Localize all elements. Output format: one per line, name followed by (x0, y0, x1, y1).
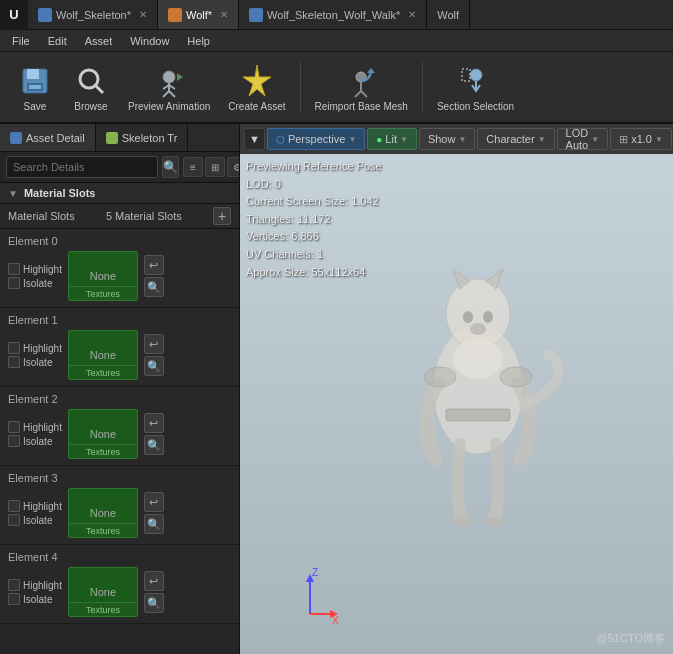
element-3-material-slot[interactable]: None Textures (68, 488, 138, 538)
menu-help[interactable]: Help (179, 33, 218, 49)
element-2-row: Highlight Isolate None Textures ↩ 🔍 (8, 409, 231, 459)
svg-text:X: X (332, 615, 339, 624)
menu-window[interactable]: Window (122, 33, 177, 49)
svg-rect-20 (462, 69, 470, 81)
element-2-textures-button[interactable]: Textures (69, 444, 137, 458)
menu-edit[interactable]: Edit (40, 33, 75, 49)
element-0-highlight: Highlight (8, 263, 62, 275)
element-2-isolate-checkbox[interactable] (8, 435, 20, 447)
svg-point-30 (452, 517, 472, 527)
close-tab-wolf-skeleton[interactable]: ✕ (139, 9, 147, 20)
list-view-button[interactable]: ≡ (183, 157, 203, 177)
element-3-textures-button[interactable]: Textures (69, 523, 137, 537)
create-asset-button[interactable]: Create Asset (220, 55, 293, 119)
add-material-slot-button[interactable]: + (213, 207, 231, 225)
character-button[interactable]: Character ▼ (477, 128, 554, 150)
info-line3: Current Screen Size: 1.042 (246, 193, 382, 211)
element-3-isolate-checkbox[interactable] (8, 514, 20, 526)
section-selection-button[interactable]: Section Selection (429, 55, 522, 119)
lit-button[interactable]: ● Lit ▼ (367, 128, 417, 150)
toolbar-divider-2 (422, 62, 423, 112)
element-3-search-button[interactable]: 🔍 (144, 514, 164, 534)
element-2-back-button[interactable]: ↩ (144, 413, 164, 433)
element-1-search-button[interactable]: 🔍 (144, 356, 164, 376)
save-button[interactable]: Save (8, 55, 62, 119)
element-1-highlight: Highlight (8, 342, 62, 354)
svg-line-5 (95, 85, 103, 93)
info-line4: Triangles: 11,172 (246, 211, 382, 229)
tab-wolf[interactable]: Wolf* ✕ (158, 0, 239, 29)
tab-wolf-skeleton-walk[interactable]: Wolf_Skeleton_Wolf_Walk* ✕ (239, 0, 427, 29)
section-collapse-arrow[interactable]: ▼ (8, 188, 18, 199)
tab-wolf-skeleton[interactable]: Wolf_Skeleton* ✕ (28, 0, 158, 29)
element-0-back-button[interactable]: ↩ (144, 255, 164, 275)
section-selection-icon (458, 63, 494, 99)
reimport-base-mesh-button[interactable]: Reimport Base Mesh (307, 55, 416, 119)
svg-point-34 (500, 367, 532, 387)
element-1-slot-actions: ↩ 🔍 (144, 334, 164, 376)
tab-wolf2[interactable]: Wolf (427, 0, 470, 29)
grid-view-button[interactable]: ⊞ (205, 157, 225, 177)
element-1-material-slot[interactable]: None Textures (68, 330, 138, 380)
perspective-button[interactable]: ⬡ Perspective ▼ (267, 128, 365, 150)
element-3-back-button[interactable]: ↩ (144, 492, 164, 512)
preview-animation-icon (151, 63, 187, 99)
tab-asset-detail[interactable]: Asset Detail (0, 124, 96, 151)
lod-auto-button[interactable]: LOD Auto ▼ (557, 128, 609, 150)
element-4-block: Element 4 Highlight Isolate None (0, 545, 239, 624)
svg-marker-12 (177, 73, 183, 81)
element-2-material-slot[interactable]: None Textures (68, 409, 138, 459)
element-3-checkboxes: Highlight Isolate (8, 500, 62, 526)
element-0-isolate-checkbox[interactable] (8, 277, 20, 289)
svg-point-31 (484, 517, 504, 527)
show-button[interactable]: Show ▼ (419, 128, 475, 150)
element-4-isolate-checkbox[interactable] (8, 593, 20, 605)
save-icon (17, 63, 53, 99)
search-input[interactable] (6, 156, 158, 178)
element-4-highlight-checkbox[interactable] (8, 579, 20, 591)
element-1-textures-button[interactable]: Textures (69, 365, 137, 379)
element-1-back-button[interactable]: ↩ (144, 334, 164, 354)
preview-animation-button[interactable]: Preview Animation (120, 55, 218, 119)
menu-asset[interactable]: Asset (77, 33, 121, 49)
svg-line-8 (163, 91, 169, 97)
settings-view-button[interactable]: ⚙ (227, 157, 240, 177)
element-2-checkboxes: Highlight Isolate (8, 421, 62, 447)
element-0-textures-button[interactable]: Textures (69, 286, 137, 300)
close-tab-wolf-walk[interactable]: ✕ (408, 9, 416, 20)
element-2-highlight-checkbox[interactable] (8, 421, 20, 433)
element-0-highlight-checkbox[interactable] (8, 263, 20, 275)
close-tab-wolf[interactable]: ✕ (220, 9, 228, 20)
tab-icon-wolf (168, 8, 182, 22)
axis-indicator: Z X (280, 564, 340, 624)
viewport-dropdown[interactable]: ▼ (244, 128, 265, 150)
scale-dropdown-arrow: ▼ (655, 135, 663, 144)
element-3-highlight: Highlight (8, 500, 62, 512)
element-1-isolate-checkbox[interactable] (8, 356, 20, 368)
element-0-material-slot[interactable]: None Textures (68, 251, 138, 301)
element-4-material-slot[interactable]: None Textures (68, 567, 138, 617)
element-4-back-button[interactable]: ↩ (144, 571, 164, 591)
element-2-label: Element 2 (8, 393, 231, 405)
tab-skeleton-tr[interactable]: Skeleton Tr (96, 124, 189, 151)
element-4-search-button[interactable]: 🔍 (144, 593, 164, 613)
element-0-search-button[interactable]: 🔍 (144, 277, 164, 297)
svg-text:Z: Z (312, 567, 318, 578)
character-dropdown-arrow: ▼ (538, 135, 546, 144)
browse-button[interactable]: Browse (64, 55, 118, 119)
element-4-textures-button[interactable]: Textures (69, 602, 137, 616)
element-2-search-button[interactable]: 🔍 (144, 435, 164, 455)
scale-button[interactable]: ⊞ x1.0 ▼ (610, 128, 672, 150)
element-3-slot-actions: ↩ 🔍 (144, 492, 164, 534)
svg-point-33 (424, 367, 456, 387)
element-3-highlight-checkbox[interactable] (8, 500, 20, 512)
viewport[interactable]: ▼ ⬡ Perspective ▼ ● Lit ▼ Show ▼ Charact… (240, 124, 673, 654)
title-bar: U Wolf_Skeleton* ✕ Wolf* ✕ Wolf_Skeleton… (0, 0, 673, 30)
menu-file[interactable]: File (4, 33, 38, 49)
search-button[interactable]: 🔍 (162, 156, 179, 178)
element-1-highlight-checkbox[interactable] (8, 342, 20, 354)
element-4-checkboxes: Highlight Isolate (8, 579, 62, 605)
search-bar: 🔍 ≡ ⊞ ⚙ (0, 152, 239, 183)
info-line7: Approx Size: 55x112x64 (246, 264, 382, 282)
info-line6: UV Channels: 1 (246, 246, 382, 264)
